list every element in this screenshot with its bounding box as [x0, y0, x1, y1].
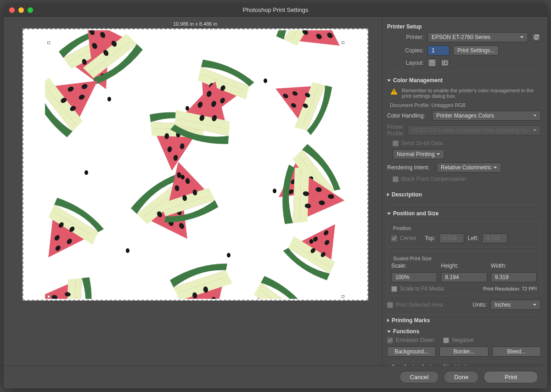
- print-preview-canvas[interactable]: [22, 28, 368, 301]
- printer-add-icon[interactable]: [532, 33, 541, 41]
- chevron-right-icon: [387, 193, 389, 196]
- emulsion-down-checkbox[interactable]: Emulsion Down: [387, 337, 434, 343]
- printer-label: Printer:: [387, 34, 424, 40]
- preview-pane: 10.986 in x 8.486 in: [4, 17, 382, 388]
- height-label: Height:: [441, 263, 487, 269]
- printer-profile-label: Printer Profile:: [387, 124, 404, 137]
- black-point-checkbox: Black Point Compensation: [387, 176, 541, 182]
- crop-handle[interactable]: [342, 41, 344, 44]
- printer-select[interactable]: EPSON ET-2760 Series: [427, 32, 528, 42]
- color-handling-select[interactable]: Printer Manages Colors: [432, 111, 541, 121]
- copies-label: Copies:: [387, 47, 424, 54]
- scaled-size-legend: Scaled Print Size: [391, 256, 433, 261]
- top-label: Top:: [425, 235, 435, 241]
- chevron-down-icon: [387, 79, 391, 82]
- print-resolution-label: Print Resolution: 72 PPI: [483, 286, 537, 291]
- functions-header[interactable]: Functions: [387, 326, 541, 337]
- svg-rect-24: [394, 90, 394, 93]
- chevron-down-icon: [387, 330, 391, 333]
- svg-point-21: [432, 62, 433, 63]
- color-handling-label: Color Handling:: [387, 112, 428, 119]
- svg-point-7: [186, 106, 189, 111]
- chevron-right-icon: [387, 319, 389, 322]
- preview-dimensions: 10.986 in x 8.486 in: [11, 21, 380, 27]
- crop-handle[interactable]: [342, 295, 344, 298]
- preview-artwork: [45, 30, 346, 299]
- print-button[interactable]: Print: [484, 371, 538, 383]
- width-label: Width:: [491, 263, 537, 269]
- minimize-window-button[interactable]: [18, 7, 24, 13]
- background-button[interactable]: Background...: [387, 347, 436, 357]
- print-selected-area-checkbox: Print Selected Area: [387, 302, 443, 308]
- width-input[interactable]: [491, 272, 537, 282]
- copies-input[interactable]: [427, 45, 450, 56]
- svg-point-9: [84, 170, 88, 175]
- top-input: [439, 233, 464, 243]
- printing-marks-header[interactable]: Printing Marks: [387, 314, 541, 326]
- printer-profile-select: ACES CG Linear (Academy Color Encoding S…: [408, 125, 541, 135]
- rendering-intent-select[interactable]: Relative Colorimetric: [437, 162, 501, 173]
- layout-landscape-icon[interactable]: [440, 59, 450, 67]
- done-button[interactable]: Done: [444, 371, 479, 383]
- units-label: Units:: [472, 302, 487, 308]
- negative-checkbox[interactable]: Negative: [443, 337, 473, 343]
- layout-portrait-icon[interactable]: [427, 59, 437, 67]
- position-legend: Position: [391, 225, 413, 231]
- layout-label: Layout:: [387, 60, 424, 66]
- scale-input[interactable]: [391, 272, 437, 282]
- warning-icon: [390, 88, 398, 99]
- bleed-button[interactable]: Bleed...: [492, 347, 541, 357]
- cancel-button[interactable]: Cancel: [399, 371, 439, 383]
- print-mode-select[interactable]: Normal Printing: [393, 149, 444, 159]
- svg-rect-15: [534, 36, 538, 39]
- send-16bit-checkbox: Send 16-bit Data: [387, 140, 541, 146]
- svg-rect-17: [535, 38, 538, 39]
- position-size-header[interactable]: Position and Size: [387, 208, 541, 219]
- border-button[interactable]: Border...: [439, 347, 488, 357]
- window-title: Photoshop Print Settings: [4, 6, 547, 13]
- zoom-window-button[interactable]: [28, 7, 33, 13]
- crop-handle[interactable]: [47, 41, 50, 44]
- scale-to-fit-checkbox[interactable]: Scale to Fit Media: [391, 286, 444, 292]
- svg-point-8: [264, 78, 267, 83]
- svg-point-10: [181, 175, 185, 179]
- svg-rect-25: [394, 93, 394, 94]
- print-settings-button[interactable]: Print Settings...: [453, 45, 499, 56]
- titlebar: Photoshop Print Settings: [4, 4, 547, 17]
- document-profile-label: Document Profile: Untagged RGB: [387, 101, 541, 111]
- height-input[interactable]: [441, 272, 487, 282]
- printer-setup-header: Printer Setup: [387, 21, 541, 32]
- left-input: [482, 233, 507, 243]
- svg-point-13: [227, 253, 231, 258]
- scale-label: Scale:: [391, 263, 437, 269]
- color-management-warning: Remember to enable the printer's color m…: [402, 88, 541, 99]
- svg-point-6: [107, 97, 111, 101]
- color-management-header[interactable]: Color Management: [387, 75, 541, 86]
- units-select[interactable]: Inches: [490, 300, 541, 310]
- rendering-intent-label: Rendering Intent:: [387, 164, 433, 171]
- svg-point-14: [309, 239, 313, 244]
- center-checkbox[interactable]: Center: [391, 235, 416, 241]
- description-header[interactable]: Description: [387, 187, 541, 200]
- svg-rect-16: [535, 35, 538, 36]
- chevron-down-icon: [387, 213, 391, 215]
- left-label: Left:: [468, 235, 478, 241]
- svg-point-11: [273, 189, 276, 193]
- svg-point-23: [444, 62, 445, 64]
- crop-handle[interactable]: [47, 295, 50, 298]
- svg-point-12: [126, 248, 129, 253]
- close-window-button[interactable]: [9, 7, 15, 13]
